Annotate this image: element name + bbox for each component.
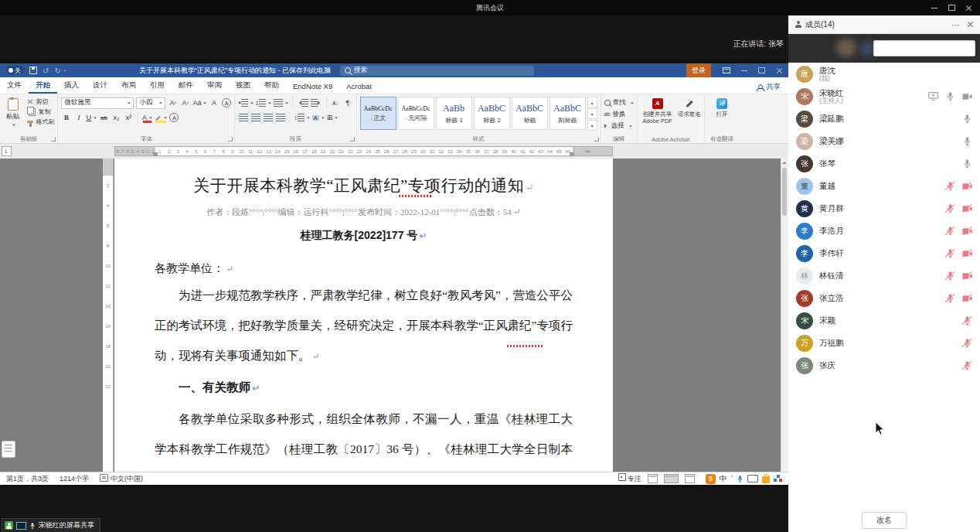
member-row[interactable]: 董 董越 <box>788 175 980 197</box>
login-button[interactable]: 登录 <box>686 63 711 77</box>
style-card[interactable]: AaBbCcDc ↓无间隔 <box>398 97 434 130</box>
change-case-button[interactable]: Aa <box>192 97 206 108</box>
grow-font-button[interactable]: A˄ <box>168 97 178 108</box>
word-close-button[interactable] <box>771 63 788 77</box>
member-row[interactable]: 梁 梁美娜 <box>788 130 980 152</box>
member-row[interactable]: 唐 唐沈 (我) <box>788 63 980 85</box>
request-signature-button[interactable]: 请求签名 <box>678 97 701 118</box>
scrollbar-thumb[interactable] <box>782 168 787 216</box>
style-card[interactable]: AaBb 标题 1 <box>436 97 472 130</box>
style-card[interactable]: AaBbC 标题 2 <box>474 97 510 130</box>
style-card[interactable]: AaBbC 副标题 <box>550 97 586 130</box>
ime-language-icon[interactable]: 中 <box>720 473 727 484</box>
ime-mic-icon[interactable] <box>737 475 744 483</box>
cut-button[interactable]: 剪切 <box>27 97 54 106</box>
focus-mode-button[interactable]: 专注 <box>618 473 641 484</box>
align-left-button[interactable] <box>238 112 248 123</box>
right-indent-marker[interactable] <box>570 152 574 156</box>
open-youdao-button[interactable]: 译 打开 <box>708 97 736 118</box>
select-button[interactable]: 选择 <box>604 120 634 131</box>
undo-button[interactable]: ↺ <box>43 66 49 75</box>
scroll-up-icon[interactable]: ▴ <box>587 97 597 107</box>
subscript-button[interactable]: x₂ <box>111 112 121 123</box>
font-dialog-launcher[interactable] <box>228 137 233 142</box>
member-row[interactable]: 张 张琴 <box>788 152 980 175</box>
document-page[interactable]: 关于开展本科教学“正风肃纪”专项行动的通知↵ 作者：段炼°°°°|°°°°编辑：… <box>114 159 613 472</box>
ribbon-tab[interactable]: 设计 <box>86 78 114 94</box>
scroll-down-icon[interactable]: ▾ <box>587 108 597 119</box>
format-painter-button[interactable]: 格式刷 <box>27 118 54 126</box>
member-row[interactable]: 李 李浩月 <box>788 220 980 242</box>
find-button[interactable]: 查找 <box>604 97 634 108</box>
read-mode-icon[interactable] <box>648 474 658 483</box>
paragraph-dialog-launcher[interactable] <box>350 137 355 142</box>
sort-button[interactable]: A↓ <box>331 97 341 108</box>
member-row[interactable]: 张 张立浩 <box>788 287 980 309</box>
word-minimize-button[interactable] <box>735 63 753 77</box>
show-formatting-marks-button[interactable]: ¶ <box>343 97 353 108</box>
increase-indent-button[interactable] <box>311 97 322 108</box>
document-scrollbar[interactable] <box>781 159 788 472</box>
ribbon-tab[interactable]: 邮件 <box>172 78 200 94</box>
more-styles-icon[interactable]: ▾ <box>587 120 597 131</box>
multilevel-list-button[interactable] <box>274 97 288 108</box>
ribbon-tab[interactable]: 引用 <box>143 78 172 94</box>
os-minimize-button[interactable] <box>926 0 943 15</box>
justify-button[interactable] <box>275 112 285 123</box>
ribbon-tab[interactable]: 布局 <box>114 78 143 94</box>
borders-button[interactable]: ⊞ <box>327 112 339 123</box>
word-search-box[interactable]: 搜索 <box>340 66 534 76</box>
os-close-button[interactable] <box>960 0 977 15</box>
ribbon-tab[interactable]: 帮助 <box>257 78 286 94</box>
style-card[interactable]: AaBbC 标题 <box>512 97 548 130</box>
shading-button[interactable]: A <box>312 112 325 123</box>
replace-button[interactable]: ab替换 <box>604 108 634 120</box>
member-row[interactable]: 黄 黄月群 <box>788 197 980 220</box>
bullets-button[interactable]: • <box>238 97 253 108</box>
numbering-button[interactable]: 1 <box>256 97 271 108</box>
ime-toolbox-icon[interactable] <box>774 475 782 483</box>
ribbon-display-options-button[interactable] <box>717 63 735 77</box>
align-right-button[interactable] <box>263 112 273 123</box>
text-highlight-button[interactable] <box>155 112 167 123</box>
member-row[interactable]: 林 林钰清 <box>788 264 980 287</box>
member-row[interactable]: 梁 梁延鹏 <box>788 107 980 130</box>
member-row[interactable]: 李 李伟轩 <box>788 242 980 264</box>
panel-close-button[interactable] <box>967 21 974 28</box>
floating-widget[interactable] <box>2 441 15 458</box>
member-search-input[interactable] <box>873 40 975 56</box>
save-button[interactable] <box>29 66 37 74</box>
member-row[interactable]: 张 张庆 <box>788 354 980 377</box>
left-indent-marker[interactable] <box>153 152 158 156</box>
member-row[interactable]: 万 万祖鹏 <box>788 332 980 354</box>
sogou-logo-icon[interactable]: S <box>706 474 716 484</box>
character-border-button[interactable]: A <box>169 112 179 123</box>
autosave-toggle[interactable]: 关 <box>5 66 24 74</box>
redo-button[interactable]: ↻ <box>54 66 66 75</box>
enclose-characters-button[interactable]: A <box>221 97 231 108</box>
underline-button[interactable]: U <box>86 112 97 123</box>
style-gallery-scroll[interactable]: ▴ ▾ ▾ <box>587 97 597 131</box>
align-center-button[interactable] <box>250 112 260 123</box>
font-name-select[interactable]: 微软雅黑 <box>61 97 134 109</box>
superscript-button[interactable]: x² <box>124 112 134 123</box>
member-row[interactable]: 宋 宋颖 <box>788 309 980 332</box>
member-row[interactable]: 宋 宋晓红 (主持人) <box>788 85 980 107</box>
ribbon-tab[interactable]: 文件 <box>0 78 29 94</box>
paste-button[interactable]: 粘贴 <box>3 97 22 128</box>
clipboard-dialog-launcher[interactable] <box>51 137 56 142</box>
scroll-up-icon[interactable] <box>782 159 787 164</box>
more-button[interactable]: ⋯ <box>951 21 960 29</box>
style-card[interactable]: AaBbCcDc ↓正文 <box>360 97 396 130</box>
word-restore-button[interactable] <box>753 63 771 77</box>
clear-formatting-button[interactable]: A <box>209 97 219 108</box>
decrease-indent-button[interactable] <box>297 97 308 108</box>
web-layout-icon[interactable] <box>685 474 695 483</box>
ribbon-tab[interactable]: Acrobat <box>339 80 379 94</box>
strikethrough-button[interactable]: ab <box>99 112 109 123</box>
ribbon-tab[interactable]: 插入 <box>57 78 86 94</box>
rename-button[interactable]: 改名 <box>862 512 907 529</box>
italic-button[interactable]: I <box>73 112 83 123</box>
create-share-pdf-button[interactable]: A 创建并共享 Adobe PDF <box>641 97 675 125</box>
ribbon-tab[interactable]: 审阅 <box>200 78 229 94</box>
